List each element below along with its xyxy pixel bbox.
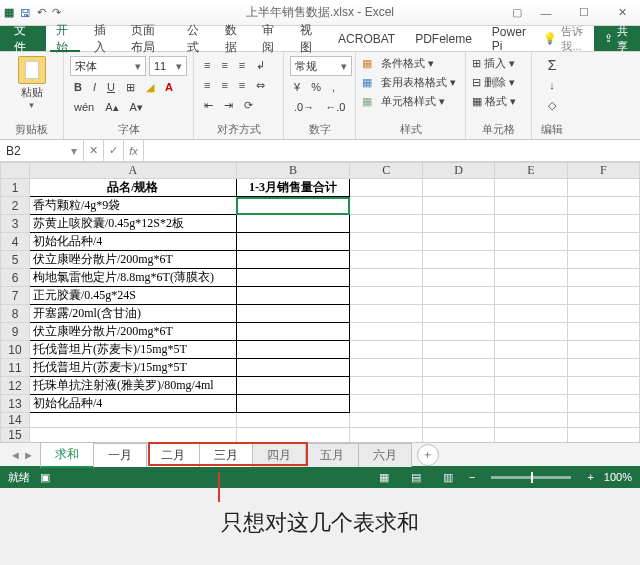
tab-pdfelement[interactable]: PDFeleme <box>405 26 482 51</box>
sheet-tab-feb[interactable]: 二月 <box>146 443 200 467</box>
tab-formulas[interactable]: 公式 <box>177 26 215 51</box>
cell[interactable] <box>567 287 639 305</box>
maximize-button[interactable]: ☐ <box>570 3 598 23</box>
cell[interactable] <box>29 413 236 428</box>
cancel-formula-button[interactable]: ✕ <box>84 140 104 161</box>
align-right-button[interactable]: ≡ <box>235 76 249 94</box>
row-header[interactable]: 4 <box>1 233 30 251</box>
tell-me[interactable]: 💡 告诉我... <box>537 26 594 51</box>
grow-font-button[interactable]: A▴ <box>101 98 122 116</box>
cell[interactable] <box>567 197 639 215</box>
col-header-C[interactable]: C <box>350 163 422 179</box>
cell[interactable]: 苏黄止咳胶囊/0.45g*12S*2板 <box>29 215 236 233</box>
cell[interactable] <box>350 428 422 443</box>
cell[interactable] <box>236 359 350 377</box>
col-header-E[interactable]: E <box>495 163 567 179</box>
cell[interactable] <box>236 395 350 413</box>
cell[interactable] <box>495 287 567 305</box>
underline-button[interactable]: U <box>103 78 119 96</box>
cell[interactable] <box>350 179 422 197</box>
cell[interactable] <box>567 305 639 323</box>
cell[interactable] <box>422 413 494 428</box>
cell[interactable]: 初始化品种/4 <box>29 395 236 413</box>
cell[interactable]: 香芍颗粒/4g*9袋 <box>29 197 236 215</box>
cell[interactable] <box>567 395 639 413</box>
cell[interactable] <box>495 341 567 359</box>
cell[interactable] <box>422 395 494 413</box>
insert-cells-button[interactable]: ⊞ 插入 ▾ <box>472 56 525 71</box>
cell[interactable] <box>422 359 494 377</box>
cell[interactable] <box>495 359 567 377</box>
wrap-text-button[interactable]: ↲ <box>252 56 269 74</box>
italic-button[interactable]: I <box>89 78 100 96</box>
cell[interactable] <box>567 215 639 233</box>
cell[interactable] <box>236 377 350 395</box>
cell[interactable] <box>567 323 639 341</box>
font-name-combo[interactable]: 宋体▾ <box>70 56 146 76</box>
cell[interactable]: 初始化品种/4 <box>29 233 236 251</box>
decrease-decimal-button[interactable]: ←.0 <box>321 98 349 116</box>
select-all-corner[interactable] <box>1 163 30 179</box>
increase-decimal-button[interactable]: .0→ <box>290 98 318 116</box>
tab-view[interactable]: 视图 <box>290 26 328 51</box>
cell[interactable] <box>422 251 494 269</box>
share-button[interactable]: ⇪ 共享 <box>594 26 640 51</box>
col-header-F[interactable]: F <box>567 163 639 179</box>
clear-button[interactable]: ◇ <box>544 96 560 114</box>
cell[interactable] <box>236 413 350 428</box>
conditional-format-button[interactable]: ▦ 条件格式 ▾ <box>362 56 459 71</box>
cell[interactable] <box>422 323 494 341</box>
cell[interactable] <box>495 395 567 413</box>
cell[interactable] <box>495 413 567 428</box>
cell[interactable] <box>567 251 639 269</box>
cell[interactable] <box>495 323 567 341</box>
cell[interactable] <box>495 377 567 395</box>
cell[interactable] <box>350 197 422 215</box>
worksheet-area[interactable]: A B C D E F 1 品名/规格 1-3月销售量合计 2 香芍颗粒/4g*… <box>0 162 640 442</box>
zoom-out-button[interactable]: − <box>469 471 475 483</box>
cell[interactable]: 伏立康唑分散片/200mg*6T <box>29 323 236 341</box>
row-header[interactable]: 5 <box>1 251 30 269</box>
row-header[interactable]: 8 <box>1 305 30 323</box>
align-bottom-button[interactable]: ≡ <box>235 56 249 74</box>
row-header[interactable]: 2 <box>1 197 30 215</box>
cell[interactable] <box>350 251 422 269</box>
cell[interactable] <box>567 377 639 395</box>
row-header[interactable]: 12 <box>1 377 30 395</box>
cell[interactable]: 品名/规格 <box>29 179 236 197</box>
tab-insert[interactable]: 插入 <box>84 26 122 51</box>
row-header[interactable]: 9 <box>1 323 30 341</box>
number-format-combo[interactable]: 常规▾ <box>290 56 352 76</box>
cell[interactable]: 正元胶囊/0.45g*24S <box>29 287 236 305</box>
tab-file[interactable]: 文件 <box>0 26 46 51</box>
sheet-nav-prev-icon[interactable]: ◄ <box>10 449 21 461</box>
enter-formula-button[interactable]: ✓ <box>104 140 124 161</box>
zoom-level[interactable]: 100% <box>604 471 632 483</box>
cell-style-button[interactable]: ▦ 单元格样式 ▾ <box>362 94 459 109</box>
cell-selected[interactable] <box>236 197 350 215</box>
cell[interactable] <box>236 251 350 269</box>
currency-button[interactable]: ¥ <box>290 78 304 96</box>
cell[interactable] <box>236 287 350 305</box>
indent-inc-button[interactable]: ⇥ <box>220 96 237 114</box>
sheet-tab-mar[interactable]: 三月 <box>199 443 253 467</box>
cell[interactable] <box>422 287 494 305</box>
comma-button[interactable]: , <box>328 78 339 96</box>
delete-cells-button[interactable]: ⊟ 删除 ▾ <box>472 75 525 90</box>
sheet-nav-next-icon[interactable]: ► <box>23 449 34 461</box>
cell[interactable] <box>350 305 422 323</box>
cell[interactable] <box>350 341 422 359</box>
cell[interactable] <box>495 179 567 197</box>
cell[interactable] <box>495 233 567 251</box>
cell[interactable] <box>495 215 567 233</box>
row-header[interactable]: 3 <box>1 215 30 233</box>
cell[interactable] <box>567 269 639 287</box>
cell[interactable] <box>350 269 422 287</box>
cell[interactable]: 伏立康唑分散片/200mg*6T <box>29 251 236 269</box>
align-top-button[interactable]: ≡ <box>200 56 214 74</box>
font-color-button[interactable]: A <box>161 78 177 96</box>
cell[interactable] <box>422 269 494 287</box>
orientation-button[interactable]: ⟳ <box>240 96 257 114</box>
indent-dec-button[interactable]: ⇤ <box>200 96 217 114</box>
cell[interactable] <box>422 341 494 359</box>
